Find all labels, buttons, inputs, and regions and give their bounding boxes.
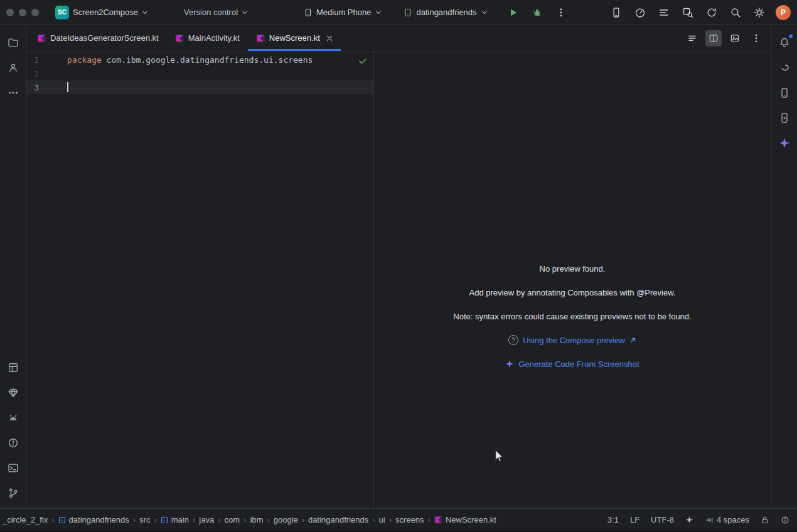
line-number[interactable]: 1 (26, 55, 39, 65)
breadcrumb-item[interactable]: google (274, 515, 298, 524)
running-devices-icon (779, 112, 790, 124)
gem-icon (8, 387, 19, 398)
breadcrumb: _circle_2_fix › datingandfriends › src ›… (3, 515, 496, 524)
compose-preview-help-link[interactable]: Using the Compose preview (523, 336, 625, 345)
code-line-current[interactable]: 3 (26, 80, 373, 94)
breadcrumb-separator: › (218, 515, 220, 524)
editor-split: 1 package com.ibm.google.datingandfriend… (26, 51, 771, 508)
status-info-button[interactable] (781, 516, 789, 524)
sparkle-icon (505, 359, 514, 368)
breadcrumb-item[interactable]: _circle_2_fix (3, 515, 48, 524)
more-tool-windows-button[interactable] (4, 84, 22, 102)
code-line[interactable]: 2 (26, 66, 373, 80)
tab-mainactivity[interactable]: MainActivity.kt (167, 25, 248, 51)
run-button[interactable] (506, 5, 521, 20)
running-devices-tool-button[interactable] (776, 109, 793, 127)
breadcrumb-item[interactable]: main (161, 515, 189, 524)
project-selector[interactable]: Screen2Compose (69, 5, 152, 19)
run-toolbar: Medium Phone datingandfriends (300, 0, 569, 24)
search-icon (730, 7, 741, 18)
cursor-position[interactable]: 3:1 (607, 515, 619, 524)
android-icon (8, 412, 19, 423)
profiler-icon (634, 7, 646, 18)
main-area: DateIdeasGeneratorScreen.kt MainActivity… (0, 25, 797, 508)
code-editor[interactable]: 1 package com.ibm.google.datingandfriend… (26, 51, 374, 508)
sync-project-button[interactable] (704, 5, 719, 20)
breadcrumb-item-file[interactable]: NewScreen.kt (434, 515, 496, 524)
inspections-widget[interactable] (358, 56, 368, 66)
left-tool-stripe (0, 25, 26, 508)
notification-dot (789, 35, 793, 38)
version-control-menu[interactable]: Version control (180, 5, 252, 19)
layout-tool-button[interactable] (4, 359, 22, 376)
tab-newscreen[interactable]: NewScreen.kt (248, 25, 341, 51)
user-avatar[interactable]: P (776, 5, 791, 20)
breadcrumb-separator: › (372, 515, 375, 524)
gemini-tool-button[interactable] (776, 134, 793, 152)
breadcrumb-item[interactable]: java (199, 515, 214, 524)
structure-tool-button[interactable] (4, 59, 22, 77)
line-number[interactable]: 3 (26, 83, 39, 92)
run-configuration-selector[interactable]: datingandfriends (400, 5, 491, 19)
search-everywhere-button[interactable] (728, 5, 743, 20)
version-control-tool-button[interactable] (4, 484, 22, 502)
ai-assistant-status-button[interactable] (685, 516, 693, 524)
app-inspection-button[interactable] (680, 5, 695, 20)
tab-dateideasgeneratorscreen[interactable]: DateIdeasGeneratorScreen.kt (29, 25, 167, 51)
breadcrumb-item[interactable]: ibm (250, 515, 263, 524)
breadcrumb-item[interactable]: datingandfriends (58, 515, 129, 524)
kebab-menu-icon (556, 8, 566, 18)
tab-label: MainActivity.kt (188, 33, 240, 43)
breadcrumb-item[interactable]: ui (379, 515, 385, 524)
logcat-icon (658, 7, 670, 18)
notifications-button[interactable] (776, 34, 793, 51)
editor-tab-bar: DateIdeasGeneratorScreen.kt MainActivity… (26, 25, 771, 51)
settings-button[interactable] (752, 5, 767, 20)
breadcrumb-item[interactable]: com (225, 515, 240, 524)
resource-manager-button[interactable] (4, 384, 22, 402)
chevron-down-icon (375, 9, 382, 16)
logcat-button[interactable] (656, 5, 671, 20)
editor-more-options-button[interactable] (748, 30, 764, 46)
breadcrumb-item[interactable]: src (139, 515, 150, 524)
help-icon[interactable]: ? (508, 335, 518, 345)
device-selector[interactable]: Medium Phone (300, 5, 386, 19)
breadcrumb-item[interactable]: datingandfriends (308, 515, 368, 524)
gradle-tool-button[interactable] (776, 59, 793, 77)
code-line[interactable]: 1 package com.ibm.google.datingandfriend… (26, 53, 373, 66)
zoom-window-button[interactable] (31, 9, 39, 16)
problems-tool-button[interactable] (4, 434, 22, 452)
breadcrumb-separator: › (243, 515, 246, 524)
titlebar-right: P (609, 0, 791, 24)
logcat-tool-button[interactable] (4, 409, 22, 427)
code-view-button[interactable] (684, 30, 700, 46)
unlock-icon (761, 516, 769, 524)
breadcrumb-item[interactable]: screens (395, 515, 424, 524)
device-manager-button[interactable] (609, 5, 624, 20)
device-manager-tool-button[interactable] (776, 84, 793, 102)
kotlin-file-icon (175, 34, 184, 43)
minimize-window-button[interactable] (19, 9, 26, 16)
git-branch-icon (8, 487, 19, 499)
more-run-options-button[interactable] (554, 5, 569, 20)
device-manager-icon (611, 7, 622, 18)
design-view-button[interactable] (727, 30, 743, 46)
debug-button[interactable] (530, 5, 545, 20)
terminal-tool-button[interactable] (4, 459, 22, 477)
profiler-button[interactable] (633, 5, 648, 20)
file-encoding[interactable]: UTF-8 (651, 515, 674, 524)
close-tab-button[interactable] (326, 35, 333, 41)
line-number[interactable]: 2 (26, 69, 39, 78)
generate-code-from-screenshot-link[interactable]: Generate Code From Screenshot (518, 359, 639, 369)
project-tool-button[interactable] (4, 34, 22, 51)
line-separator[interactable]: LF (630, 515, 639, 524)
indent-icon (705, 516, 714, 524)
breadcrumb-separator: › (389, 515, 392, 524)
right-tool-stripe (771, 25, 797, 508)
close-window-button[interactable] (6, 9, 14, 16)
indent-style[interactable]: 4 spaces (705, 515, 749, 524)
split-view-button[interactable] (705, 30, 722, 46)
breadcrumb-separator: › (133, 515, 136, 524)
external-link-icon (629, 337, 636, 344)
readonly-lock-button[interactable] (761, 516, 769, 524)
